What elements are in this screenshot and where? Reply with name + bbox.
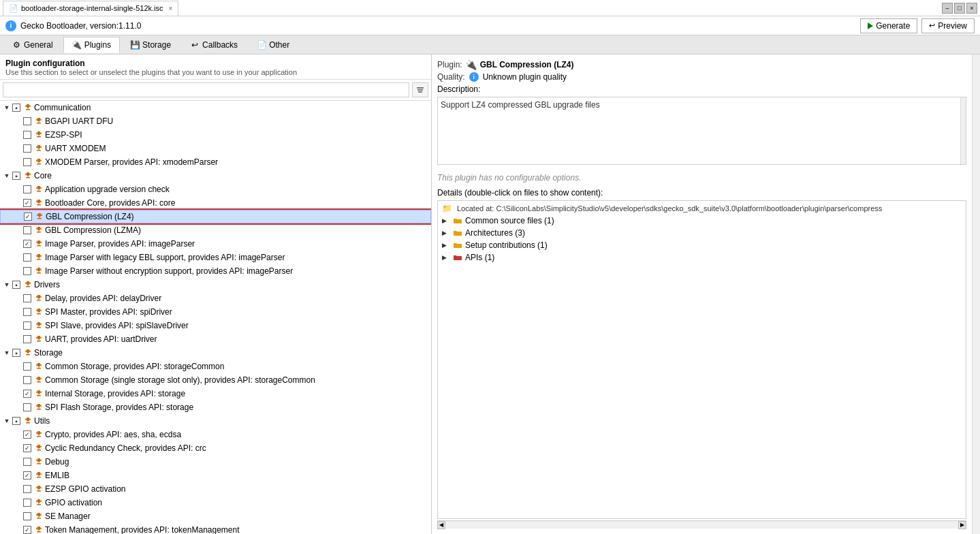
tree-item-ezsp-gpio[interactable]: EZSP GPIO activation bbox=[0, 482, 431, 496]
tab-other[interactable]: 📄 Other bbox=[248, 37, 298, 53]
tree-item-spi-master[interactable]: SPI Master, provides API: spiDriver bbox=[0, 305, 431, 319]
tree-item-debug[interactable]: Debug bbox=[0, 455, 431, 469]
expand-arrow[interactable] bbox=[14, 485, 22, 493]
preview-button[interactable]: ↩ Preview bbox=[921, 18, 975, 33]
desc-scrollbar[interactable] bbox=[960, 97, 966, 164]
expand-arrow[interactable] bbox=[14, 376, 22, 384]
checkbox-img-parser-ebl[interactable] bbox=[23, 253, 31, 262]
scroll-right-arrow[interactable]: ▶ bbox=[958, 521, 966, 529]
tree-item-se-manager[interactable]: SE Manager bbox=[0, 509, 431, 523]
checkbox-emlib[interactable] bbox=[23, 471, 31, 480]
checkbox-common-storage-single[interactable] bbox=[23, 376, 31, 384]
checkbox-uart[interactable] bbox=[23, 335, 31, 343]
detail-item-2[interactable]: ▶ Setup contributions (1) bbox=[439, 239, 964, 251]
tree-item-bgapi[interactable]: BGAPI UART DFU bbox=[0, 114, 431, 128]
expand-arrow[interactable] bbox=[14, 390, 22, 398]
tree-item-uart-xmodem[interactable]: UART XMODEM bbox=[0, 142, 431, 155]
expand-arrow[interactable] bbox=[14, 131, 22, 139]
expand-arrow[interactable] bbox=[14, 430, 22, 439]
expand-arrow[interactable] bbox=[14, 240, 22, 248]
expand-arrow[interactable] bbox=[14, 158, 22, 166]
checkbox-gpio[interactable] bbox=[23, 499, 31, 507]
checkbox-uart-xmodem[interactable] bbox=[23, 144, 31, 153]
checkbox-drivers[interactable] bbox=[12, 281, 20, 289]
checkbox-app-upgrade[interactable] bbox=[23, 185, 31, 193]
checkbox-crc[interactable] bbox=[23, 444, 31, 452]
checkbox-token-mgmt[interactable] bbox=[23, 526, 31, 534]
checkbox-ezsp[interactable] bbox=[23, 131, 31, 139]
checkbox-common-storage[interactable] bbox=[23, 362, 31, 371]
tree-item-gpio[interactable]: GPIO activation bbox=[0, 496, 431, 509]
tree-item-xmodem-parser[interactable]: XMODEM Parser, provides API: xmodemParse… bbox=[0, 155, 431, 169]
tab-storage[interactable]: 💾 Storage bbox=[121, 37, 180, 53]
detail-item-1[interactable]: ▶ Architectures (3) bbox=[439, 227, 964, 239]
expand-arrow[interactable] bbox=[14, 458, 22, 466]
scroll-left-arrow[interactable]: ◀ bbox=[437, 521, 445, 529]
checkbox-core[interactable] bbox=[12, 172, 20, 180]
tree-item-gbl-lzma[interactable]: GBL Compression (LZMA) bbox=[0, 223, 431, 237]
tree-item-bl-core[interactable]: Bootloader Core, provides API: core bbox=[0, 196, 431, 210]
maximize-button[interactable]: □ bbox=[954, 3, 965, 14]
expand-arrow[interactable] bbox=[14, 267, 22, 275]
checkbox-xmodem-parser[interactable] bbox=[23, 158, 31, 166]
expand-arrow[interactable]: ▼ bbox=[3, 349, 11, 357]
checkbox-img-parser-noenc[interactable] bbox=[23, 267, 31, 275]
tree-item-storage[interactable]: ▼ Storage bbox=[0, 346, 431, 360]
expand-arrow[interactable] bbox=[14, 213, 22, 221]
checkbox-crypto[interactable] bbox=[23, 430, 31, 439]
expand-arrow[interactable] bbox=[14, 253, 22, 262]
tab-callbacks[interactable]: ↩ Callbacks bbox=[181, 37, 247, 53]
tree-item-common-storage-single[interactable]: Common Storage (single storage slot only… bbox=[0, 373, 431, 387]
tree-item-internal-storage[interactable]: Internal Storage, provides API: storage bbox=[0, 387, 431, 400]
tree-item-img-parser[interactable]: Image Parser, provides API: imageParser bbox=[0, 237, 431, 251]
close-tab-button[interactable]: × bbox=[169, 5, 173, 12]
tree-item-communication[interactable]: ▼ Communication bbox=[0, 101, 431, 114]
tree-item-common-storage[interactable]: Common Storage, provides API: storageCom… bbox=[0, 360, 431, 373]
expand-arrow[interactable] bbox=[14, 471, 22, 480]
expand-arrow[interactable] bbox=[14, 499, 22, 507]
expand-arrow[interactable] bbox=[14, 512, 22, 520]
tree-item-ezsp[interactable]: EZSP-SPI bbox=[0, 128, 431, 142]
tree-item-token-mgmt[interactable]: Token Management, provides API: tokenMan… bbox=[0, 523, 431, 534]
checkbox-spi-master[interactable] bbox=[23, 308, 31, 316]
detail-expand-arrow[interactable]: ▶ bbox=[442, 217, 450, 224]
expand-arrow[interactable] bbox=[14, 144, 22, 153]
details-tree[interactable]: 📁 Located at: C:\SiliconLabs\SimplicityS… bbox=[437, 200, 966, 519]
checkbox-se-manager[interactable] bbox=[23, 512, 31, 520]
checkbox-debug[interactable] bbox=[23, 458, 31, 466]
minimize-button[interactable]: – bbox=[942, 3, 953, 14]
generate-button[interactable]: Generate bbox=[860, 18, 917, 33]
tree-item-core[interactable]: ▼ Core bbox=[0, 169, 431, 183]
tree-item-gbl-lz4[interactable]: GBL Compression (LZ4) bbox=[0, 210, 431, 223]
expand-arrow[interactable] bbox=[14, 117, 22, 125]
checkbox-delay[interactable] bbox=[23, 294, 31, 302]
expand-arrow[interactable] bbox=[14, 444, 22, 452]
close-button[interactable]: × bbox=[966, 3, 977, 14]
expand-arrow[interactable] bbox=[14, 403, 22, 411]
search-input[interactable] bbox=[3, 82, 409, 97]
expand-arrow[interactable] bbox=[14, 526, 22, 534]
expand-arrow[interactable]: ▼ bbox=[3, 281, 11, 289]
detail-item-0[interactable]: ▶ Common source files (1) bbox=[439, 215, 964, 227]
detail-expand-arrow[interactable]: ▶ bbox=[442, 254, 450, 261]
detail-expand-arrow[interactable]: ▶ bbox=[442, 242, 450, 249]
detail-item-3[interactable]: ▶ APIs (1) bbox=[439, 251, 964, 264]
tree-item-uart[interactable]: UART, provides API: uartDriver bbox=[0, 332, 431, 346]
expand-arrow[interactable] bbox=[14, 321, 22, 330]
expand-arrow[interactable] bbox=[14, 226, 22, 234]
right-panel-scrollbar[interactable] bbox=[972, 54, 980, 534]
checkbox-bl-core[interactable] bbox=[23, 199, 31, 207]
checkbox-internal-storage[interactable] bbox=[23, 390, 31, 398]
tree-item-delay[interactable]: Delay, provides API: delayDriver bbox=[0, 292, 431, 305]
checkbox-spi-flash[interactable] bbox=[23, 403, 31, 411]
details-hscrollbar[interactable]: ◀ ▶ bbox=[437, 520, 966, 529]
detail-expand-arrow[interactable]: ▶ bbox=[442, 230, 450, 236]
checkbox-utils[interactable] bbox=[12, 417, 20, 425]
checkbox-bgapi[interactable] bbox=[23, 117, 31, 125]
checkbox-spi-slave[interactable] bbox=[23, 321, 31, 330]
expand-arrow[interactable] bbox=[14, 199, 22, 207]
checkbox-storage[interactable] bbox=[12, 349, 20, 357]
tree-item-crc[interactable]: Cyclic Redundancy Check, provides API: c… bbox=[0, 441, 431, 455]
tree-item-crypto[interactable]: Crypto, provides API: aes, sha, ecdsa bbox=[0, 428, 431, 441]
expand-arrow[interactable] bbox=[14, 362, 22, 371]
